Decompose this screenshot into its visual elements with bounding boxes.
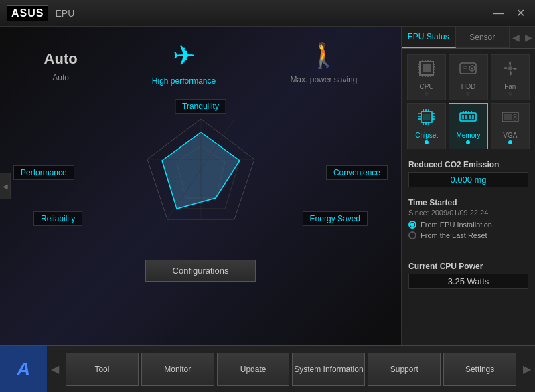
svg-rect-49 (472, 115, 474, 119)
bottom-toolbar: A ◀ Tool Monitor Update System Informati… (0, 345, 535, 392)
tab-sensor[interactable]: Sensor (456, 27, 510, 48)
svg-point-30 (508, 66, 512, 70)
svg-rect-55 (504, 114, 512, 120)
main-layout: ◀ Auto Auto ✈ High performance 🚶 Max. po… (0, 27, 535, 345)
from-epu-label: From EPU Installation (421, 221, 492, 229)
cpu-icon (417, 59, 436, 82)
hdd-dot (466, 92, 470, 96)
auto-text: Auto (44, 50, 78, 68)
component-grid: CPU HDD Fan (402, 49, 535, 155)
time-section: Time Started Since: 2009/01/09 22:24 Fro… (402, 198, 535, 248)
left-panel: ◀ Auto Auto ✈ High performance 🚶 Max. po… (0, 27, 401, 345)
hdd-icon (459, 59, 477, 82)
radar-tranquility[interactable]: Tranquility (175, 99, 226, 114)
toolbar-buttons: Tool Monitor Update System Information S… (63, 353, 519, 386)
co2-section: Reduced CO2 Emission 0.000 mg (402, 155, 535, 198)
vga-icon (501, 108, 520, 130)
svg-point-57 (514, 118, 516, 120)
tool-button[interactable]: Tool (66, 353, 139, 386)
right-panel: EPU Status Sensor ◀ ▶ CPU HDD (401, 27, 535, 345)
asus-logo: ASUS (7, 5, 48, 21)
hdd-label: HDD (461, 83, 476, 90)
mode-auto[interactable]: Auto Auto (44, 43, 78, 82)
svg-rect-47 (465, 115, 467, 119)
from-reset-label: From the Last Reset (421, 231, 487, 239)
fan-dot (508, 92, 512, 96)
radar-convenience[interactable]: Convenience (326, 165, 388, 180)
component-cpu[interactable]: CPU (407, 54, 446, 100)
svg-rect-25 (460, 63, 476, 74)
plane-icon: ✈ (173, 40, 196, 71)
high-performance-label: High performance (152, 76, 216, 86)
radar-chart (141, 112, 261, 233)
svg-point-27 (471, 68, 473, 70)
radar-area: Tranquility Performance Convenience Reli… (13, 99, 388, 246)
vga-label: VGA (503, 132, 517, 139)
component-vga[interactable]: VGA (491, 103, 530, 149)
radio-from-reset[interactable]: From the Last Reset (408, 231, 528, 239)
memory-label: Memory (456, 132, 480, 139)
close-button[interactable]: ✕ (512, 5, 528, 21)
app-title: EPU (55, 8, 74, 19)
component-hdd[interactable]: HDD (449, 54, 487, 100)
cpu-dot (425, 92, 429, 96)
radio-dot-epu (408, 221, 416, 229)
tab-epu-status[interactable]: EPU Status (402, 27, 456, 48)
settings-button[interactable]: Settings (443, 353, 516, 386)
asus-corner-logo: A (17, 359, 30, 380)
radio-dot-reset (408, 231, 416, 239)
component-chipset[interactable]: Chipset (407, 103, 446, 149)
nav-arrow-left[interactable]: ◀ (510, 27, 522, 48)
svg-rect-8 (423, 64, 431, 72)
titlebar: ASUS EPU — ✕ (0, 0, 535, 27)
support-button[interactable]: Support (368, 353, 441, 386)
co2-value: 0.000 mg (408, 172, 528, 187)
chipset-dot (425, 140, 429, 144)
toolbar-nav-left[interactable]: ◀ (47, 363, 63, 375)
fan-label: Fan (504, 83, 516, 90)
minimize-button[interactable]: — (491, 5, 507, 21)
svg-rect-48 (469, 115, 471, 119)
time-started-label: Time Started (408, 198, 528, 207)
titlebar-controls: — ✕ (491, 5, 528, 21)
titlebar-left: ASUS EPU (7, 5, 74, 21)
system-information-button[interactable]: System Information (292, 353, 365, 386)
svg-rect-32 (423, 114, 430, 120)
component-memory[interactable]: Memory (449, 103, 487, 149)
collapse-arrow[interactable]: ◀ (0, 173, 11, 199)
monitor-button[interactable]: Monitor (141, 353, 214, 386)
fan-icon (501, 59, 520, 82)
co2-label: Reduced CO2 Emission (408, 160, 528, 169)
memory-dot (466, 140, 470, 144)
tab-bar: EPU Status Sensor ◀ ▶ (402, 27, 535, 49)
svg-point-56 (514, 114, 516, 117)
memory-icon (459, 108, 477, 130)
chipset-icon (417, 108, 436, 130)
max-power-saving-label: Max. power saving (290, 75, 357, 84)
mode-selector: Auto Auto ✈ High performance 🚶 Max. powe… (0, 27, 401, 92)
cpu-power-value: 3.25 Watts (408, 274, 528, 289)
asus-corner: A (0, 346, 47, 393)
nav-arrow-right[interactable]: ▶ (522, 27, 535, 48)
radar-performance[interactable]: Performance (13, 165, 74, 180)
cpu-label: CPU (420, 83, 434, 90)
mode-high-performance[interactable]: ✈ High performance (152, 40, 216, 86)
chipset-label: Chipset (415, 132, 438, 139)
cpu-power-section: Current CPU Power 3.25 Watts (402, 256, 535, 294)
cpu-power-label: Current CPU Power (408, 262, 528, 271)
update-button[interactable]: Update (217, 353, 290, 386)
walker-icon: 🚶 (309, 41, 339, 70)
configurations-button[interactable]: Configurations (145, 260, 256, 282)
component-fan[interactable]: Fan (491, 54, 530, 100)
radar-energy-saved[interactable]: Energy Saved (303, 211, 368, 226)
time-since: Since: 2009/01/09 22:24 (408, 209, 528, 217)
vga-dot (508, 140, 512, 144)
divider (408, 252, 528, 252)
svg-rect-46 (462, 115, 464, 119)
toolbar-nav-right[interactable]: ▶ (519, 363, 535, 375)
mode-max-power-saving[interactable]: 🚶 Max. power saving (290, 41, 357, 84)
radio-from-epu[interactable]: From EPU Installation (408, 221, 528, 229)
auto-label: Auto (52, 73, 69, 82)
config-area: Configurations (0, 253, 401, 288)
radar-reliability[interactable]: Reliability (33, 211, 82, 226)
